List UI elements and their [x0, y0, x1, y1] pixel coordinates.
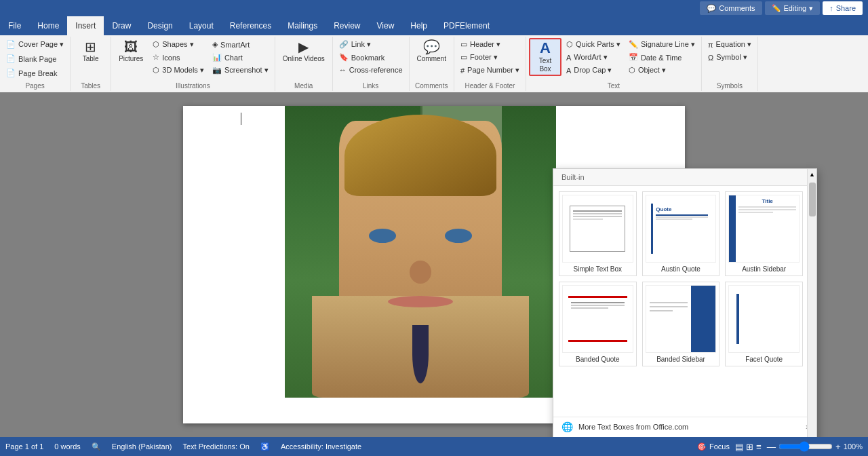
name-banded-sidebar: Banded Sidebar	[646, 356, 717, 363]
tab-home[interactable]: Home	[29, 16, 67, 35]
tab-view[interactable]: View	[369, 16, 403, 35]
name-simple-text-box: Simple Text Box	[562, 265, 633, 273]
document-area: ▲ ▼ Built-in	[0, 92, 868, 437]
outline-view-button[interactable]: ≡	[756, 442, 762, 452]
zoom-in-button[interactable]: +	[835, 442, 841, 452]
drop-cap-button[interactable]: A Drop Cap ▾	[563, 64, 624, 77]
editing-button[interactable]: ✏️ Editing ▾	[765, 1, 821, 15]
share-button[interactable]: ↑ Share	[823, 1, 863, 15]
footer-icon: ▭	[460, 53, 467, 62]
pages-label: Pages	[25, 81, 44, 90]
quick-parts-button[interactable]: ⬡ Quick Parts ▾	[563, 38, 624, 51]
focus-button[interactable]: 🎯 Focus	[697, 442, 730, 451]
preview-austin-sidebar: Title	[728, 195, 800, 263]
option-banded-quote[interactable]: Banded Quote	[559, 282, 637, 366]
tab-file[interactable]: File	[0, 16, 29, 35]
cover-page-button[interactable]: 📄 Cover Page ▾	[3, 38, 67, 51]
pictures-button[interactable]: 🖼 Pictures	[114, 38, 148, 65]
text-predictions: Text Predictions: On	[182, 442, 249, 451]
chart-button[interactable]: 📊 Chart	[209, 51, 272, 64]
shapes-button[interactable]: ⬡ Shapes ▾	[149, 38, 208, 51]
option-austin-sidebar[interactable]: Title Austin Sidebar	[725, 191, 803, 276]
page-break-button[interactable]: 📄 Page Break	[3, 66, 60, 79]
text-box-button[interactable]: A TextBox	[529, 38, 561, 76]
screenshot-button[interactable]: 📷 Screenshot ▾	[209, 64, 272, 77]
tab-references[interactable]: References	[222, 16, 279, 35]
comment-ribbon-icon: 💬	[423, 40, 440, 54]
view-icons: ▤ ⊞ ≡	[735, 442, 762, 452]
group-text: A TextBox ⬡ Quick Parts ▾ A WordArt ▾ A …	[526, 37, 702, 91]
print-layout-button[interactable]: ▤	[735, 442, 743, 452]
equation-button[interactable]: π Equation ▾	[705, 38, 755, 51]
scroll-up-button[interactable]: ▲	[808, 169, 816, 180]
signature-line-button[interactable]: ✏️ Signature Line ▾	[625, 38, 698, 51]
option-simple-text-box[interactable]: Simple Text Box	[559, 191, 637, 276]
symbol-button[interactable]: Ω Symbol ▾	[705, 51, 751, 64]
table-button[interactable]: ⊞ Table	[77, 38, 105, 65]
drop-cap-icon: A	[566, 66, 571, 75]
tab-design[interactable]: Design	[139, 16, 180, 35]
word-count: 0 words	[54, 442, 81, 451]
tab-layout[interactable]: Layout	[181, 16, 222, 35]
name-austin-sidebar: Austin Sidebar	[728, 265, 800, 273]
quick-parts-icon: ⬡	[566, 40, 573, 49]
option-facet-quote[interactable]: Facet Quote	[725, 282, 803, 366]
bookmark-button[interactable]: 🔖 Bookmark	[336, 51, 389, 64]
cross-reference-button[interactable]: ↔ Cross-reference	[336, 64, 406, 76]
blank-page-icon: 📄	[6, 54, 16, 63]
pages-items: 📄 Cover Page ▾ 📄 Blank Page 📄 Page Break	[3, 38, 67, 81]
sig-line-icon: ✏️	[629, 40, 638, 49]
header-button[interactable]: ▭ Header ▾	[457, 38, 504, 51]
zoom-label: 100%	[844, 442, 863, 451]
web-layout-button[interactable]: ⊞	[746, 442, 753, 452]
footer-button[interactable]: ▭ Footer ▾	[457, 51, 501, 64]
page-break-icon: 📄	[6, 69, 16, 77]
pictures-icon: 🖼	[124, 40, 138, 54]
tab-insert[interactable]: Insert	[67, 16, 104, 35]
preview-facet-quote	[728, 285, 800, 353]
date-time-button[interactable]: 📅 Date & Time	[625, 51, 698, 64]
document-image	[285, 106, 556, 398]
comment-button[interactable]: 💬 Comment	[412, 38, 451, 65]
tab-pdfelement[interactable]: PDFElement	[435, 16, 498, 35]
3d-models-icon: ⬡	[153, 66, 159, 75]
illustrations-label: Illustrations	[176, 81, 210, 90]
edit-icon: ✏️	[772, 4, 781, 13]
comment-icon: 💬	[707, 4, 716, 13]
status-bar-right: 🎯 Focus ▤ ⊞ ≡ — + 100%	[697, 441, 863, 452]
option-austin-quote[interactable]: Quote Austin Quote	[642, 191, 720, 276]
more-textboxes-item[interactable]: 🌐 More Text Boxes from Office.com ›	[553, 417, 816, 436]
page-number-button[interactable]: # Page Number ▾	[457, 64, 523, 77]
comments-button[interactable]: 💬 Comments	[700, 1, 762, 15]
zoom-controls: — + 100%	[767, 441, 863, 452]
3d-models-button[interactable]: ⬡ 3D Models ▾	[149, 64, 208, 77]
link-button[interactable]: 🔗 Link ▾	[336, 38, 374, 51]
media-items: ▶ Online Videos	[278, 38, 330, 81]
zoom-out-button[interactable]: —	[767, 442, 776, 452]
bookmark-icon: 🔖	[339, 53, 349, 62]
title-bar: 💬 Comments ✏️ Editing ▾ ↑ Share	[0, 0, 868, 16]
wordart-button[interactable]: A WordArt ▾	[563, 51, 624, 64]
proofread-icon: 🔍	[92, 442, 101, 451]
object-button[interactable]: ⬡ Object ▾	[625, 64, 698, 77]
name-austin-quote: Austin Quote	[646, 265, 717, 273]
media-label: Media	[294, 81, 313, 90]
symbol-icon: Ω	[708, 54, 713, 62]
accessibility[interactable]: Accessibility: Investigate	[281, 442, 361, 451]
blank-page-button[interactable]: 📄 Blank Page	[3, 52, 60, 65]
tab-review[interactable]: Review	[326, 16, 368, 35]
online-videos-button[interactable]: ▶ Online Videos	[278, 38, 330, 65]
smartart-button[interactable]: ◈ SmartArt	[209, 38, 272, 51]
name-banded-quote: Banded Quote	[562, 356, 633, 363]
shapes-stack: ⬡ Shapes ▾ ☆ Icons ⬡ 3D Models ▾	[149, 38, 208, 77]
tab-help[interactable]: Help	[402, 16, 435, 35]
comments-items: 💬 Comment	[412, 38, 451, 81]
option-banded-sidebar[interactable]: Banded Sidebar	[642, 282, 720, 366]
tab-mailings[interactable]: Mailings	[279, 16, 326, 35]
icons-button[interactable]: ☆ Icons	[149, 51, 208, 64]
zoom-slider[interactable]	[778, 441, 833, 452]
tab-draw[interactable]: Draw	[104, 16, 139, 35]
group-links: 🔗 Link ▾ 🔖 Bookmark ↔ Cross-reference Li…	[333, 37, 410, 91]
chart-icon: 📊	[212, 53, 222, 62]
group-tables: ⊞ Table Tables	[71, 37, 111, 91]
